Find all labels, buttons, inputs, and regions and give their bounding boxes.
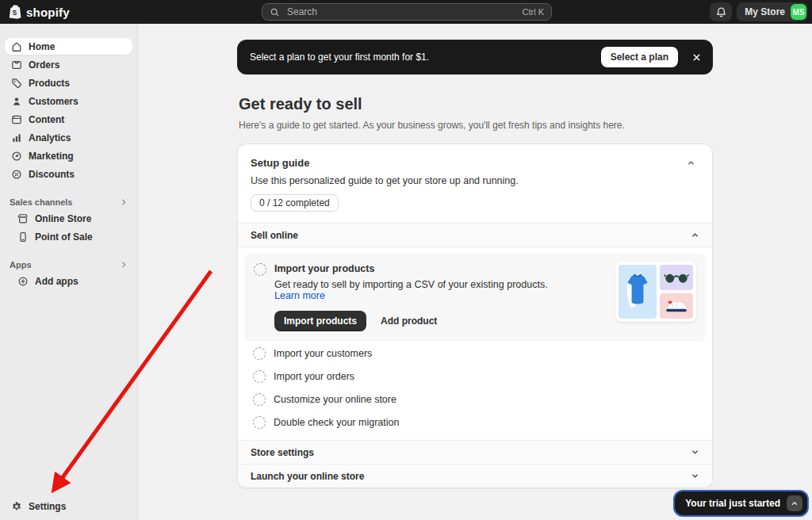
- section-title: Store settings: [251, 447, 314, 458]
- sandal-image: [660, 293, 693, 319]
- content-icon: [11, 114, 22, 125]
- sidebar-item-label: Online Store: [35, 213, 91, 224]
- store-menu-button[interactable]: My Store MS: [737, 2, 808, 21]
- gear-icon: [11, 501, 22, 512]
- task-title: Import your products: [274, 263, 568, 274]
- progress-badge: 0 / 12 completed: [251, 194, 339, 212]
- close-icon: [692, 53, 701, 62]
- chevron-up-icon: [691, 231, 699, 239]
- search-icon: [270, 7, 280, 17]
- sales-channels-header[interactable]: Sales channels: [0, 196, 137, 208]
- trial-status-button[interactable]: Your trial just started: [675, 491, 807, 515]
- sidebar-item-label: Content: [29, 114, 64, 125]
- chevron-right-icon: [120, 198, 128, 206]
- logo-wordmark: shopify: [26, 6, 70, 19]
- sidebar-item-orders[interactable]: Orders: [5, 56, 132, 73]
- sidebar-item-discounts[interactable]: Discounts: [5, 166, 132, 182]
- chevron-down-icon: [691, 448, 699, 457]
- task-import-customers[interactable]: Import your customers: [244, 342, 706, 365]
- orders-icon: [11, 59, 22, 71]
- topbar-right: My Store MS: [710, 2, 808, 21]
- chevron-up-icon: [787, 495, 802, 511]
- chevron-down-icon: [691, 472, 699, 480]
- store-name: My Store: [745, 6, 785, 17]
- import-products-button[interactable]: Import products: [274, 311, 366, 331]
- task-import-products[interactable]: Import your products Get ready to sell b…: [244, 254, 706, 342]
- setup-guide-card: Setup guide Use this personalized guide …: [237, 143, 713, 488]
- marketing-icon: [11, 151, 22, 162]
- plan-banner: Select a plan to get your first month fo…: [237, 40, 713, 75]
- section-title: Launch your online store: [251, 471, 364, 482]
- sunglasses-image: [660, 265, 693, 290]
- settings-label: Settings: [29, 501, 66, 512]
- bell-icon: [715, 6, 727, 18]
- sidebar-item-label: Orders: [29, 59, 59, 71]
- discount-icon: [11, 169, 22, 180]
- main-content: Select a plan to get your first month fo…: [138, 24, 812, 520]
- task-customize-online-store[interactable]: Customize your online store: [244, 388, 706, 411]
- task-checkbox[interactable]: [254, 263, 266, 276]
- task-checkbox[interactable]: [253, 393, 266, 406]
- sidebar-item-label: Products: [29, 78, 70, 89]
- sidebar-item-label: Point of Sale: [35, 231, 93, 243]
- sunglasses-icon: [663, 272, 690, 284]
- notifications-button[interactable]: [710, 2, 732, 21]
- sidebar-item-label: Marketing: [29, 151, 74, 162]
- task-label: Import your customers: [274, 348, 372, 359]
- section-title: Sell online: [251, 230, 298, 241]
- person-icon: [11, 96, 22, 107]
- task-import-orders[interactable]: Import your orders: [244, 365, 706, 388]
- task-checkbox[interactable]: [253, 370, 266, 383]
- home-icon: [11, 41, 22, 52]
- setup-guide-description: Use this personalized guide to get your …: [251, 175, 699, 186]
- page-subtitle: Here's a guide to get started. As your b…: [239, 120, 713, 131]
- task-label: Customize your online store: [274, 394, 396, 405]
- learn-more-link[interactable]: Learn more: [274, 290, 325, 301]
- task-label: Double check your migration: [274, 417, 399, 428]
- apps-label: Apps: [10, 260, 32, 270]
- task-double-check-migration[interactable]: Double check your migration: [244, 411, 706, 434]
- setup-guide-header: Setup guide Use this personalized guide …: [238, 144, 712, 223]
- search-input[interactable]: [285, 6, 517, 18]
- sidebar-item-customers[interactable]: Customers: [5, 93, 132, 109]
- plus-circle-icon: [17, 276, 29, 287]
- sidebar-item-analytics[interactable]: Analytics: [5, 129, 132, 146]
- global-search[interactable]: Ctrl K: [262, 3, 552, 21]
- sales-channels-label: Sales channels: [10, 197, 73, 207]
- apps-header[interactable]: Apps: [0, 258, 137, 271]
- sidebar-item-products[interactable]: Products: [5, 75, 132, 91]
- section-store-settings[interactable]: Store settings: [238, 440, 712, 464]
- sidebar-item-label: Analytics: [29, 132, 71, 143]
- sidebar-item-settings[interactable]: Settings: [5, 498, 132, 515]
- shopify-logo[interactable]: S shopify: [8, 0, 70, 24]
- task-description: Get ready to sell by importing a CSV of …: [274, 279, 568, 301]
- storefront-icon: [17, 213, 29, 224]
- task-checkbox[interactable]: [253, 416, 266, 429]
- task-label: Import your orders: [274, 371, 354, 382]
- tshirt-icon: [621, 268, 654, 315]
- sidebar-item-content[interactable]: Content: [5, 111, 132, 128]
- section-sell-online[interactable]: Sell online: [238, 223, 712, 247]
- page-title: Get ready to sell: [239, 95, 713, 113]
- sidebar-item-point-of-sale[interactable]: Point of Sale: [11, 228, 132, 245]
- shopify-bag-icon: S: [8, 4, 22, 20]
- sidebar-item-label: Discounts: [29, 169, 75, 180]
- shopify-admin-screen: S shopify Ctrl K My Store MS: [0, 0, 812, 520]
- select-plan-button[interactable]: Select a plan: [601, 47, 678, 67]
- setup-guide-collapse-button[interactable]: [682, 155, 699, 170]
- sidebar-item-online-store[interactable]: Online Store: [11, 210, 132, 227]
- task-checkbox[interactable]: [253, 347, 266, 360]
- sidebar-item-home[interactable]: Home: [5, 38, 132, 55]
- add-product-button[interactable]: Add product: [374, 311, 443, 331]
- plan-banner-message: Select a plan to get your first month fo…: [250, 52, 593, 63]
- sell-online-tasks: Import your products Get ready to sell b…: [238, 247, 712, 440]
- pos-device-icon: [17, 231, 29, 243]
- banner-close-button[interactable]: [686, 47, 707, 67]
- setup-guide-title: Setup guide: [251, 157, 309, 169]
- sidebar-item-marketing[interactable]: Marketing: [5, 147, 132, 164]
- bar-chart-icon: [11, 132, 22, 143]
- section-launch-online-store[interactable]: Launch your online store: [238, 464, 712, 488]
- logo-letter: S: [12, 9, 17, 17]
- sidebar-item-add-apps[interactable]: Add apps: [11, 273, 132, 289]
- topbar: S shopify Ctrl K My Store MS: [0, 0, 812, 24]
